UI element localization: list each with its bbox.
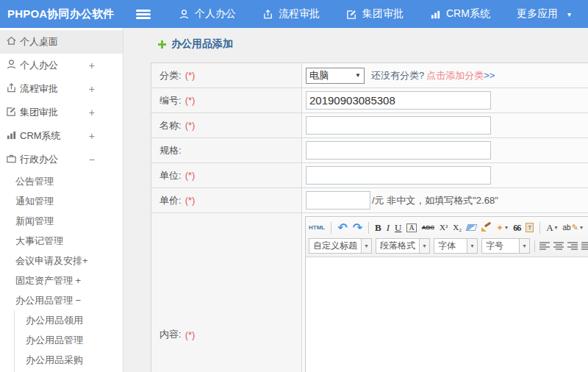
app-logo: PHPOA协同办公软件 <box>0 7 136 21</box>
category-label: 分类:(*) <box>151 63 302 87</box>
align-left-button[interactable] <box>539 242 550 250</box>
editor-content-area[interactable] <box>306 257 588 372</box>
highlight-color-button[interactable]: ab✎▾ <box>563 223 583 232</box>
top-navigation: 个人办公 流程审批 集团审批 CRM系统 更多应用 ▾ <box>179 7 571 21</box>
sidebar-item-group-approval[interactable]: 集团审批 + <box>0 101 123 124</box>
sidebar-subitem-fixed-assets-mgmt[interactable]: 固定资产管理 + <box>0 271 123 290</box>
expand-plus-icon: + <box>89 130 95 142</box>
unit-label: 单位:(*) <box>151 163 302 187</box>
eraser-button[interactable] <box>466 224 478 231</box>
user-icon <box>179 9 190 20</box>
menu-toggle-icon[interactable] <box>136 10 151 19</box>
pen-icon: ✎ <box>572 223 578 232</box>
font-family-dropdown[interactable]: 字体 ▾ <box>434 238 478 254</box>
unit-input[interactable] <box>306 166 491 185</box>
subscript-button[interactable]: X₂ <box>453 223 462 232</box>
sidebar-subitem-news-mgmt[interactable]: 新闻管理 <box>0 211 123 231</box>
align-center-button[interactable] <box>553 242 564 250</box>
category-select[interactable]: 电脑 ▼ <box>306 68 365 84</box>
add-plus-icon <box>158 40 166 49</box>
font-size-dropdown[interactable]: 字号 ▾ <box>481 238 530 254</box>
add-category-link[interactable]: 点击添加分类 <box>426 69 484 82</box>
sidebar-subitem-announcement-mgmt[interactable]: 公告管理 <box>0 171 123 191</box>
undo-button[interactable]: ↶ <box>337 222 347 234</box>
form-row-content: 内容:(*) HTML ↶ ↷ B I U A <box>151 213 588 372</box>
underline-button[interactable]: U <box>395 223 401 232</box>
expand-plus-icon: + <box>89 107 95 118</box>
expand-plus-icon: + <box>89 83 95 95</box>
align-right-button[interactable] <box>567 242 578 250</box>
sidebar-item-workflow-approval[interactable]: 流程审批 + <box>0 77 123 101</box>
caret-down-icon: ▾ <box>555 225 558 231</box>
sidebar-subitem-notice-mgmt[interactable]: 通知管理 <box>0 191 123 211</box>
share-up-icon <box>262 9 273 20</box>
align-justify-button[interactable] <box>581 242 588 250</box>
number-input[interactable] <box>306 91 491 110</box>
topnav-personal-office[interactable]: 个人办公 <box>179 7 236 21</box>
blockquote-button[interactable]: 66 <box>513 223 520 232</box>
form-row-spec: 规格: <box>151 138 588 163</box>
form-row-unit: 单位:(*) <box>151 163 588 188</box>
select-arrow-icon: ▼ <box>355 72 361 79</box>
bold-button[interactable]: B <box>375 223 381 232</box>
rich-text-editor: HTML ↶ ↷ B I U A ABC X² X₂ <box>305 216 588 372</box>
sidebar-item-admin-office[interactable]: 行政办公 − <box>0 148 123 171</box>
editor-toolbar-row2: 自定义标题 ▾ 段落格式 ▾ 字体 ▾ <box>309 237 588 255</box>
custom-title-dropdown[interactable]: 自定义标题 ▾ <box>309 238 372 254</box>
sidebar-subitem-supplies-purchase[interactable]: 办公用品采购 <box>15 350 123 370</box>
price-input[interactable] <box>306 191 370 210</box>
spec-label: 规格: <box>151 138 302 162</box>
sidebar-subitem-supplies-manage[interactable]: 办公用品管理 <box>15 330 123 350</box>
caret-down-icon: ▾ <box>419 239 429 253</box>
editor-toolbar: HTML ↶ ↷ B I U A ABC X² X₂ <box>306 217 588 257</box>
sidebar-item-crm-system[interactable]: CRM系统 + <box>0 124 123 148</box>
sidebar-subitem-supplies-claim[interactable]: 办公用品领用 <box>15 310 123 330</box>
superscript-button[interactable]: X² <box>440 223 448 232</box>
share-up-icon <box>6 82 20 96</box>
border-text-button[interactable]: A <box>406 223 416 232</box>
add-category-arrows[interactable]: >> <box>484 70 495 81</box>
briefcase-icon <box>6 153 20 166</box>
price-hint: /元 非中文，如填写格式"2.68" <box>372 194 498 207</box>
collapse-minus-icon: − <box>89 154 95 165</box>
office-supplies-submenu: 办公用品领用 办公用品管理 办公用品采购 办公用品盘点 <box>14 310 123 372</box>
bar-chart-icon <box>430 9 441 20</box>
paragraph-format-dropdown[interactable]: 段落格式 ▾ <box>376 238 430 254</box>
sidebar-item-personal-desktop[interactable]: 个人桌面 <box>0 30 123 54</box>
form-row-number: 编号:(*) <box>151 88 588 113</box>
strikethrough-button[interactable]: ABC <box>422 225 434 231</box>
edit-icon <box>6 106 20 119</box>
expand-plus-icon: + <box>89 60 95 71</box>
topnav-workflow-approval[interactable]: 流程审批 <box>262 7 320 21</box>
content-label: 内容:(*) <box>151 213 302 372</box>
caret-down-icon: ▾ <box>467 239 477 253</box>
italic-button[interactable]: I <box>387 223 390 232</box>
format-brush-button[interactable] <box>481 223 491 232</box>
source-code-button[interactable]: HTML <box>309 225 325 231</box>
font-color-button[interactable]: A▾ <box>546 223 557 232</box>
price-label: 单价:(*) <box>151 188 302 212</box>
bar-chart-icon <box>6 129 20 143</box>
caret-down-icon: ▾ <box>361 239 371 253</box>
caret-down-icon: ▾ <box>519 239 529 253</box>
supplies-add-form: 分类:(*) 电脑 ▼ 还没有分类? 点击添加分类 >> 编号:(*) <box>151 62 588 372</box>
sidebar-subitem-meeting-request[interactable]: 会议申请及安排+ <box>0 251 123 271</box>
sidebar-subitem-office-supplies-mgmt[interactable]: 办公用品管理 − <box>0 290 123 310</box>
topnav-group-approval[interactable]: 集团审批 <box>346 7 404 21</box>
sidebar-item-personal-office[interactable]: 个人办公 + <box>0 54 123 77</box>
topbar: PHPOA协同办公软件 个人办公 流程审批 集团审批 CRM系统 更多应用 ▾ <box>0 0 588 28</box>
name-input[interactable] <box>306 116 491 135</box>
spec-input[interactable] <box>306 141 491 160</box>
form-row-category: 分类:(*) 电脑 ▼ 还没有分类? 点击添加分类 >> <box>151 63 588 88</box>
no-category-text: 还没有分类? <box>371 69 424 82</box>
caret-down-icon: ▾ <box>567 10 571 18</box>
paste-as-text-button[interactable]: T <box>526 223 534 232</box>
number-label: 编号:(*) <box>151 88 302 112</box>
form-row-price: 单价:(*) /元 非中文，如填写格式"2.68" <box>151 188 588 213</box>
redo-button[interactable]: ↷ <box>353 222 362 234</box>
topnav-crm-system[interactable]: CRM系统 <box>430 7 490 21</box>
wand-icon: ✦ <box>496 223 503 232</box>
topnav-more-apps[interactable]: 更多应用 ▾ <box>517 7 571 21</box>
sidebar-subitem-memorabilia-mgmt[interactable]: 大事记管理 <box>0 231 123 251</box>
autoformat-button[interactable]: ✦▾ <box>496 223 508 232</box>
